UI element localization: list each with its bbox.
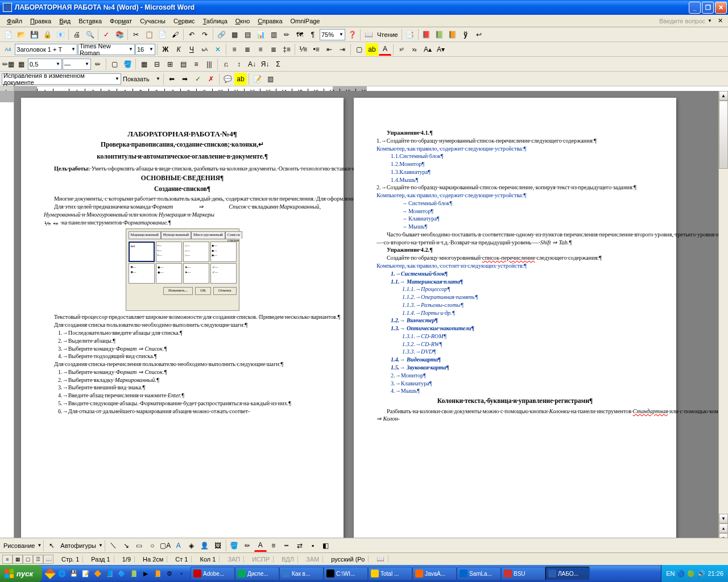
excel-button[interactable]: 📊: [254, 28, 267, 41]
doc-close-button[interactable]: ✕: [715, 17, 725, 24]
paste-button[interactable]: 📄: [156, 28, 168, 41]
omni-btn5[interactable]: ў: [460, 28, 472, 41]
line-button[interactable]: ＼: [107, 539, 119, 552]
tbl-draw-button[interactable]: ✏▦: [2, 58, 14, 70]
status-lang[interactable]: русский (Ро: [328, 556, 369, 563]
accept-button[interactable]: ✓: [192, 73, 204, 85]
line-style-button[interactable]: ≡: [267, 539, 280, 552]
status-spell-icon[interactable]: 📖: [373, 555, 388, 563]
ql-app7-icon[interactable]: ⚙: [164, 567, 175, 580]
outline-view-button[interactable]: ☰: [33, 555, 43, 564]
superscript-button[interactable]: x²: [395, 43, 408, 56]
underline-button[interactable]: Ч: [185, 43, 198, 56]
print-button[interactable]: 🖨: [71, 28, 83, 41]
line-weight-combo[interactable]: —▼: [63, 59, 91, 70]
task-adobe[interactable]: Adobe...: [191, 567, 235, 580]
shading-color-button[interactable]: 🪣: [121, 58, 134, 70]
subscript-button[interactable]: x₂: [408, 43, 421, 56]
menu-service[interactable]: Сервис: [169, 16, 199, 26]
normal-view-button[interactable]: ≡: [2, 555, 13, 564]
tray-clock[interactable]: 21:26: [708, 570, 723, 577]
scroll-thumb[interactable]: [719, 101, 728, 169]
line-spacing-button[interactable]: ‡≡: [280, 43, 293, 56]
font-color-button[interactable]: A: [379, 43, 391, 56]
tray-icon3[interactable]: 🔊: [697, 570, 705, 577]
menu-edit[interactable]: Правка: [26, 16, 55, 26]
menu-table[interactable]: Таблица: [199, 16, 231, 26]
print-view-button[interactable]: ▢: [23, 555, 33, 564]
scroll-up-button[interactable]: ▲: [719, 91, 728, 101]
maximize-button[interactable]: ❐: [702, 2, 714, 14]
status-zam[interactable]: ЗАМ: [303, 556, 323, 563]
tbl-erase-button[interactable]: ▦: [15, 58, 27, 70]
omni-btn2[interactable]: 📕: [420, 28, 433, 41]
diagram-button[interactable]: ◈: [185, 539, 198, 552]
spellcheck-button[interactable]: ✓: [100, 28, 113, 41]
ql-app6-icon[interactable]: 📙: [152, 567, 163, 580]
shadow-button[interactable]: ▪: [307, 539, 319, 552]
split-cells-button[interactable]: ⊞: [164, 58, 176, 70]
task-samla[interactable]: SamLa...: [457, 567, 501, 580]
save-button[interactable]: 💾: [28, 28, 40, 41]
next-change-button[interactable]: ➡: [179, 73, 191, 85]
review-pane-button[interactable]: ▥: [264, 73, 276, 85]
highlight-button[interactable]: ab: [366, 43, 378, 56]
copy-button[interactable]: 📋: [143, 28, 155, 41]
align-right-button[interactable]: ≡: [254, 43, 267, 56]
omni-btn4[interactable]: 📙: [446, 28, 459, 41]
columns-button[interactable]: ▥: [267, 28, 280, 41]
ql-notes-icon[interactable]: 📝: [80, 567, 92, 580]
menu-window[interactable]: Окно: [231, 16, 254, 26]
ql-app5-icon[interactable]: ▶: [140, 567, 151, 580]
task-dispe[interactable]: Диспе...: [235, 567, 279, 580]
highlight2-button[interactable]: ab: [234, 73, 247, 85]
tray-lang[interactable]: EN: [666, 570, 675, 577]
status-ispr[interactable]: ИСПР: [249, 556, 274, 563]
docmap-button[interactable]: 🗺: [293, 28, 306, 41]
menu-format[interactable]: Формат: [106, 16, 136, 26]
ql-save-icon[interactable]: 💾: [68, 567, 80, 580]
bold-button[interactable]: Ж: [159, 43, 172, 56]
task-total[interactable]: Total ...: [368, 567, 412, 580]
open-button[interactable]: 📂: [15, 28, 27, 41]
align-cell-button[interactable]: ▤: [177, 58, 189, 70]
permission-button[interactable]: 🔒: [41, 28, 53, 41]
bullets-button[interactable]: •≡: [310, 43, 322, 56]
font-color2-button[interactable]: A: [254, 539, 267, 552]
char-scale-button[interactable]: ьА: [198, 43, 211, 56]
fill-color-button[interactable]: 🪣: [228, 539, 241, 552]
insert-table2-button[interactable]: ▦: [138, 58, 150, 70]
omni-btn1[interactable]: 📑: [404, 28, 416, 41]
textbox-button[interactable]: ▢A: [159, 539, 172, 552]
oval-button[interactable]: ○: [146, 539, 159, 552]
preview-button[interactable]: 🔍: [84, 28, 96, 41]
select-objects-button[interactable]: ↖: [46, 539, 58, 552]
wordart-button[interactable]: А: [172, 539, 185, 552]
reading-layout-button[interactable]: 📖: [362, 28, 375, 41]
menu-view[interactable]: Вид: [55, 16, 75, 26]
omni-btn3[interactable]: 📗: [433, 28, 446, 41]
line-style-combo[interactable]: 0,5▼: [28, 59, 62, 70]
arrow-style-button[interactable]: ⇄: [293, 539, 306, 552]
styles-pane-button[interactable]: A4: [2, 43, 14, 56]
scroll-down-button[interactable]: ▼: [719, 514, 728, 523]
insert-table-button[interactable]: ▤: [241, 28, 254, 41]
outside-border-button[interactable]: ▢: [108, 58, 121, 70]
align-left-button[interactable]: ≡: [228, 43, 241, 56]
reading-label[interactable]: Чтение: [375, 31, 400, 38]
prev-change-button[interactable]: ⬅: [166, 73, 178, 85]
autosum-button[interactable]: Σ: [272, 58, 284, 70]
page-container[interactable]: ЛАБОРАТОРНАЯ·РАБОТА·№4¶ Проверка·правопи…: [14, 91, 718, 552]
italic-button[interactable]: К: [172, 43, 185, 56]
arrow-button[interactable]: ↘: [120, 539, 133, 552]
3d-button[interactable]: ◧: [320, 539, 332, 552]
menu-omnipage[interactable]: OmniPage: [287, 16, 324, 26]
help-search-box[interactable]: Введите вопрос: [659, 18, 708, 24]
font-size-combo[interactable]: 16▼: [135, 44, 155, 55]
distribute-rows-button[interactable]: ≡: [190, 58, 202, 70]
reading-view-button[interactable]: 📖: [43, 555, 53, 564]
undo-button[interactable]: ↶: [185, 28, 198, 41]
task-cmd[interactable]: C:\WI...: [324, 567, 368, 580]
distribute-cols-button[interactable]: |||: [203, 58, 216, 70]
shrink-font-button[interactable]: A▾: [435, 43, 447, 56]
